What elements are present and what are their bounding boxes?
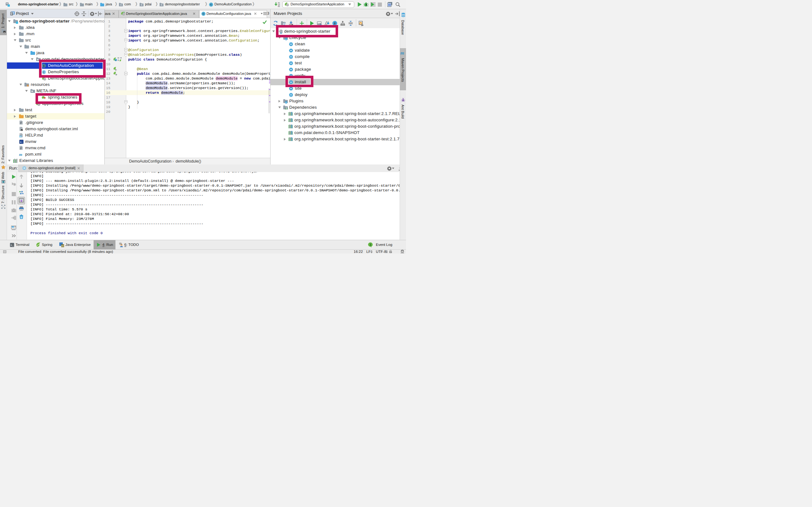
svg-text:C: C	[210, 3, 212, 6]
svg-text:C: C	[203, 12, 205, 15]
svg-text:m: m	[19, 153, 22, 156]
svg-text:c: c	[115, 59, 116, 61]
svg-text:MD: MD	[19, 136, 22, 137]
svg-text:EE: EE	[61, 245, 64, 247]
svg-text:1: 1	[369, 243, 371, 246]
svg-text:01: 01	[278, 6, 280, 7]
svg-text:?: ?	[14, 183, 15, 186]
svg-text:>_: >_	[10, 244, 14, 246]
svg-text:>_: >_	[20, 141, 23, 143]
